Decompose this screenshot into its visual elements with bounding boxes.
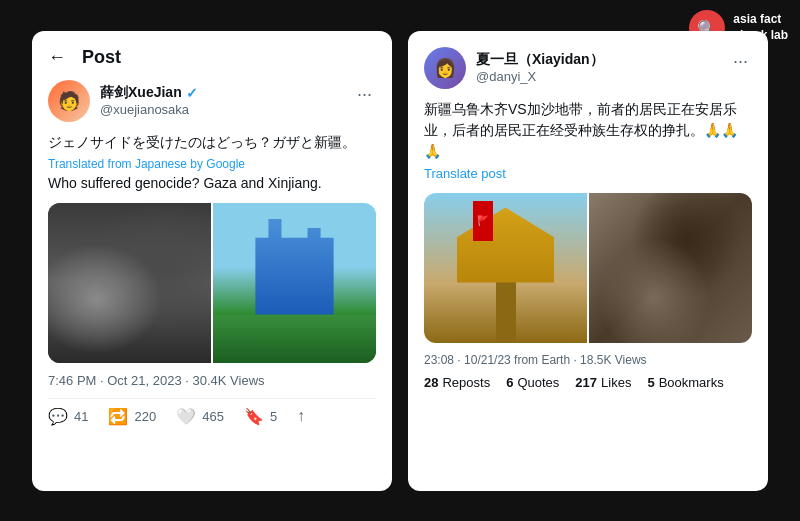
tweet-image-city xyxy=(213,203,376,363)
tweet-header-left-2: 👩 夏一旦（Xiayidan） @danyi_X xyxy=(424,47,729,89)
action-reply[interactable]: 💬 41 xyxy=(48,407,88,426)
tweet-actions-1: 💬 41 🔁 220 🤍 465 🔖 5 ↑ xyxy=(48,398,376,426)
post-label: Post xyxy=(82,47,121,68)
username-2: 夏一旦（Xiayidan） xyxy=(476,51,604,69)
likes-count: 217 xyxy=(575,375,597,390)
quotes-label: Quotes xyxy=(517,375,559,390)
share-icon: ↑ xyxy=(297,407,305,425)
avatar-1[interactable]: 🧑 xyxy=(48,80,90,122)
tweet-card-2: 👩 夏一旦（Xiayidan） @danyi_X ··· 新疆乌鲁木齐VS加沙地… xyxy=(408,31,768,491)
translate-link[interactable]: Translate post xyxy=(424,166,752,181)
tweet-images-2: 🚩 xyxy=(424,193,752,343)
tweet-header-2: 👩 夏一旦（Xiayidan） @danyi_X ··· xyxy=(424,47,752,89)
bookmarks-count: 5 xyxy=(647,375,654,390)
reply-icon: 💬 xyxy=(48,407,68,426)
tweet-text-2: 新疆乌鲁木齐VS加沙地带，前者的居民正在安居乐业，后者的居民正在经受种族生存权的… xyxy=(424,99,752,162)
retweet-icon: 🔁 xyxy=(108,407,128,426)
user-info-1: 薛剑XueJian ✓ @xuejianosaka xyxy=(100,84,198,117)
back-arrow[interactable]: ← xyxy=(48,47,66,68)
bookmarks-label: Bookmarks xyxy=(659,375,724,390)
reposts-label: Reposts xyxy=(442,375,490,390)
more-options-1[interactable]: ··· xyxy=(353,80,376,109)
action-like[interactable]: 🤍 465 xyxy=(176,407,224,426)
stat-bookmarks: 5 Bookmarks xyxy=(647,375,723,390)
tweet-text-jp: ジェノサイドを受けたのはどっち？ガザと新疆。 xyxy=(48,132,376,153)
tweet-images-1 xyxy=(48,203,376,363)
action-retweet[interactable]: 🔁 220 xyxy=(108,407,156,426)
quotes-count: 6 xyxy=(506,375,513,390)
action-bookmark[interactable]: 🔖 5 xyxy=(244,407,277,426)
stat-quotes: 6 Quotes xyxy=(506,375,559,390)
tweet-stats-2: 28 Reposts 6 Quotes 217 Likes 5 Bookmark… xyxy=(424,375,752,390)
action-share[interactable]: ↑ xyxy=(297,407,305,425)
like-icon: 🤍 xyxy=(176,407,196,426)
likes-label: Likes xyxy=(601,375,631,390)
tweet-text-en: Who suffered genocide? Gaza and Xinjiang… xyxy=(48,175,376,191)
more-options-2[interactable]: ··· xyxy=(729,47,752,76)
card1-top: ← Post xyxy=(48,47,376,68)
tweet-meta-2: 23:08 · 10/21/23 from Earth · 18.5K View… xyxy=(424,353,752,367)
user-info-2: 夏一旦（Xiayidan） @danyi_X xyxy=(476,51,604,84)
tweet-header-1: 🧑 薛剑XueJian ✓ @xuejianosaka ··· xyxy=(48,80,376,122)
retweet-count: 220 xyxy=(134,409,156,424)
user-handle-1: @xuejianosaka xyxy=(100,102,198,117)
translated-label: Translated from Japanese by Google xyxy=(48,157,376,171)
reply-count: 41 xyxy=(74,409,88,424)
tweet-image-destruction-2 xyxy=(589,193,752,343)
verified-badge-1: ✓ xyxy=(186,85,198,101)
tweet-card-1: ← Post 🧑 薛剑XueJian ✓ @xuejianosaka ··· ジ… xyxy=(32,31,392,491)
main-container: 🔍 asia factcheck lab ← Post 🧑 薛剑XueJian … xyxy=(0,0,800,521)
stat-reposts: 28 Reposts xyxy=(424,375,490,390)
stat-likes: 217 Likes xyxy=(575,375,631,390)
user-handle-2: @danyi_X xyxy=(476,69,604,84)
like-count: 465 xyxy=(202,409,224,424)
tweet-image-mosque: 🚩 xyxy=(424,193,587,343)
bookmark-icon: 🔖 xyxy=(244,407,264,426)
username-1: 薛剑XueJian ✓ xyxy=(100,84,198,102)
tweet-header-left-1: 🧑 薛剑XueJian ✓ @xuejianosaka xyxy=(48,80,353,122)
avatar-2[interactable]: 👩 xyxy=(424,47,466,89)
bookmark-count: 5 xyxy=(270,409,277,424)
reposts-count: 28 xyxy=(424,375,438,390)
tweet-image-rubble xyxy=(48,203,211,363)
tweet-meta-1: 7:46 PM · Oct 21, 2023 · 30.4K Views xyxy=(48,373,376,388)
